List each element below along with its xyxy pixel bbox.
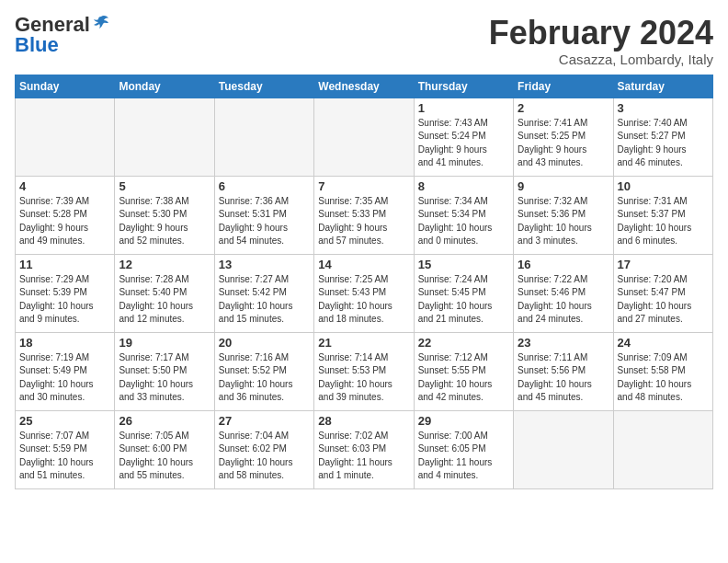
day-number: 5 <box>119 179 210 193</box>
day-number: 19 <box>119 336 210 350</box>
day-info: Sunrise: 7:32 AM Sunset: 5:36 PM Dayligh… <box>518 195 609 248</box>
day-number: 2 <box>518 101 609 115</box>
calendar-cell <box>514 410 613 488</box>
week-row: 11Sunrise: 7:29 AM Sunset: 5:39 PM Dayli… <box>16 254 713 332</box>
day-number: 17 <box>618 258 709 271</box>
day-number: 1 <box>418 101 509 115</box>
day-info: Sunrise: 7:12 AM Sunset: 5:55 PM Dayligh… <box>418 351 509 405</box>
calendar-cell: 17Sunrise: 7:20 AM Sunset: 5:47 PM Dayli… <box>613 254 712 332</box>
location-subtitle: Casazza, Lombardy, Italy <box>489 52 713 67</box>
day-info: Sunrise: 7:22 AM Sunset: 5:46 PM Dayligh… <box>518 273 609 327</box>
header-row: SundayMondayTuesdayWednesdayThursdayFrid… <box>16 75 713 98</box>
day-number: 9 <box>518 179 609 193</box>
calendar-cell: 16Sunrise: 7:22 AM Sunset: 5:46 PM Dayli… <box>514 254 613 332</box>
day-number: 12 <box>119 258 210 271</box>
week-row: 1Sunrise: 7:43 AM Sunset: 5:24 PM Daylig… <box>16 98 713 176</box>
col-header-saturday: Saturday <box>613 75 712 98</box>
calendar-cell: 15Sunrise: 7:24 AM Sunset: 5:45 PM Dayli… <box>414 254 513 332</box>
day-number: 22 <box>418 336 509 350</box>
day-info: Sunrise: 7:39 AM Sunset: 5:28 PM Dayligh… <box>19 195 110 248</box>
week-row: 18Sunrise: 7:19 AM Sunset: 5:49 PM Dayli… <box>16 332 713 410</box>
calendar-cell: 1Sunrise: 7:43 AM Sunset: 5:24 PM Daylig… <box>414 98 513 176</box>
day-info: Sunrise: 7:16 AM Sunset: 5:52 PM Dayligh… <box>219 351 310 405</box>
day-info: Sunrise: 7:34 AM Sunset: 5:34 PM Dayligh… <box>418 195 509 248</box>
calendar-cell: 12Sunrise: 7:28 AM Sunset: 5:40 PM Dayli… <box>115 254 214 332</box>
day-info: Sunrise: 7:35 AM Sunset: 5:33 PM Dayligh… <box>318 195 409 248</box>
day-number: 25 <box>19 414 110 428</box>
calendar-cell <box>314 98 414 176</box>
calendar-cell: 27Sunrise: 7:04 AM Sunset: 6:02 PM Dayli… <box>214 410 313 488</box>
calendar-table: SundayMondayTuesdayWednesdayThursdayFrid… <box>15 75 713 489</box>
logo-general-text: General <box>15 15 90 35</box>
calendar-cell: 23Sunrise: 7:11 AM Sunset: 5:56 PM Dayli… <box>514 332 613 410</box>
calendar-cell: 18Sunrise: 7:19 AM Sunset: 5:49 PM Dayli… <box>16 332 115 410</box>
calendar-cell: 8Sunrise: 7:34 AM Sunset: 5:34 PM Daylig… <box>414 176 513 254</box>
day-number: 7 <box>318 179 409 193</box>
day-info: Sunrise: 7:43 AM Sunset: 5:24 PM Dayligh… <box>418 117 509 170</box>
page-header: General Blue February 2024 Casazza, Lomb… <box>15 15 713 67</box>
calendar-cell: 6Sunrise: 7:36 AM Sunset: 5:31 PM Daylig… <box>214 176 313 254</box>
day-info: Sunrise: 7:25 AM Sunset: 5:43 PM Dayligh… <box>318 273 409 327</box>
calendar-cell: 14Sunrise: 7:25 AM Sunset: 5:43 PM Dayli… <box>314 254 414 332</box>
day-number: 4 <box>19 179 110 193</box>
calendar-cell: 21Sunrise: 7:14 AM Sunset: 5:53 PM Dayli… <box>314 332 414 410</box>
calendar-cell <box>214 98 313 176</box>
day-number: 24 <box>618 336 709 350</box>
day-number: 26 <box>119 414 210 428</box>
day-number: 27 <box>219 414 310 428</box>
col-header-wednesday: Wednesday <box>314 75 414 98</box>
day-info: Sunrise: 7:38 AM Sunset: 5:30 PM Dayligh… <box>119 195 210 248</box>
day-info: Sunrise: 7:07 AM Sunset: 5:59 PM Dayligh… <box>19 430 110 483</box>
day-info: Sunrise: 7:40 AM Sunset: 5:27 PM Dayligh… <box>618 117 709 170</box>
day-info: Sunrise: 7:05 AM Sunset: 6:00 PM Dayligh… <box>119 430 210 483</box>
calendar-cell <box>16 98 115 176</box>
day-info: Sunrise: 7:36 AM Sunset: 5:31 PM Dayligh… <box>219 195 310 248</box>
calendar-cell: 25Sunrise: 7:07 AM Sunset: 5:59 PM Dayli… <box>16 410 115 488</box>
col-header-tuesday: Tuesday <box>214 75 313 98</box>
day-info: Sunrise: 7:20 AM Sunset: 5:47 PM Dayligh… <box>618 273 709 327</box>
day-info: Sunrise: 7:19 AM Sunset: 5:49 PM Dayligh… <box>19 351 110 405</box>
week-row: 25Sunrise: 7:07 AM Sunset: 5:59 PM Dayli… <box>16 410 713 488</box>
day-number: 14 <box>318 258 409 271</box>
day-info: Sunrise: 7:41 AM Sunset: 5:25 PM Dayligh… <box>518 117 609 170</box>
day-number: 20 <box>219 336 310 350</box>
day-info: Sunrise: 7:09 AM Sunset: 5:58 PM Dayligh… <box>618 351 709 405</box>
day-info: Sunrise: 7:00 AM Sunset: 6:05 PM Dayligh… <box>418 430 509 483</box>
calendar-cell: 5Sunrise: 7:38 AM Sunset: 5:30 PM Daylig… <box>115 176 214 254</box>
calendar-cell <box>613 410 712 488</box>
calendar-cell: 26Sunrise: 7:05 AM Sunset: 6:00 PM Dayli… <box>115 410 214 488</box>
logo-bird-icon <box>92 14 110 32</box>
logo-blue-text: Blue <box>15 35 59 55</box>
day-number: 16 <box>518 258 609 271</box>
col-header-friday: Friday <box>514 75 613 98</box>
col-header-thursday: Thursday <box>414 75 513 98</box>
calendar-cell: 29Sunrise: 7:00 AM Sunset: 6:05 PM Dayli… <box>414 410 513 488</box>
calendar-cell: 11Sunrise: 7:29 AM Sunset: 5:39 PM Dayli… <box>16 254 115 332</box>
day-number: 11 <box>19 258 110 271</box>
day-number: 6 <box>219 179 310 193</box>
calendar-cell: 24Sunrise: 7:09 AM Sunset: 5:58 PM Dayli… <box>613 332 712 410</box>
calendar-cell: 28Sunrise: 7:02 AM Sunset: 6:03 PM Dayli… <box>314 410 414 488</box>
day-number: 3 <box>618 101 709 115</box>
calendar-cell: 3Sunrise: 7:40 AM Sunset: 5:27 PM Daylig… <box>613 98 712 176</box>
day-number: 18 <box>19 336 110 350</box>
calendar-cell: 4Sunrise: 7:39 AM Sunset: 5:28 PM Daylig… <box>16 176 115 254</box>
day-number: 15 <box>418 258 509 271</box>
calendar-cell <box>115 98 214 176</box>
day-number: 28 <box>318 414 409 428</box>
col-header-sunday: Sunday <box>16 75 115 98</box>
day-info: Sunrise: 7:31 AM Sunset: 5:37 PM Dayligh… <box>618 195 709 248</box>
calendar-cell: 22Sunrise: 7:12 AM Sunset: 5:55 PM Dayli… <box>414 332 513 410</box>
day-info: Sunrise: 7:14 AM Sunset: 5:53 PM Dayligh… <box>318 351 409 405</box>
day-number: 23 <box>518 336 609 350</box>
col-header-monday: Monday <box>115 75 214 98</box>
day-info: Sunrise: 7:17 AM Sunset: 5:50 PM Dayligh… <box>119 351 210 405</box>
day-number: 21 <box>318 336 409 350</box>
month-year-title: February 2024 <box>489 15 713 52</box>
day-number: 29 <box>418 414 509 428</box>
day-number: 13 <box>219 258 310 271</box>
calendar-cell: 20Sunrise: 7:16 AM Sunset: 5:52 PM Dayli… <box>214 332 313 410</box>
day-number: 10 <box>618 179 709 193</box>
day-info: Sunrise: 7:28 AM Sunset: 5:40 PM Dayligh… <box>119 273 210 327</box>
day-info: Sunrise: 7:27 AM Sunset: 5:42 PM Dayligh… <box>219 273 310 327</box>
